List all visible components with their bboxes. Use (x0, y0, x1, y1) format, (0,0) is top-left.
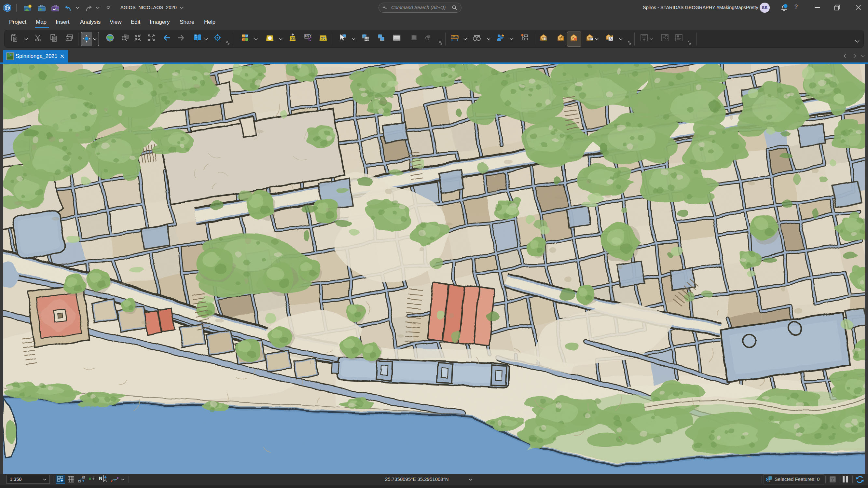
svg-text:EXY: EXY (304, 33, 312, 37)
svg-text:A: A (610, 37, 612, 41)
